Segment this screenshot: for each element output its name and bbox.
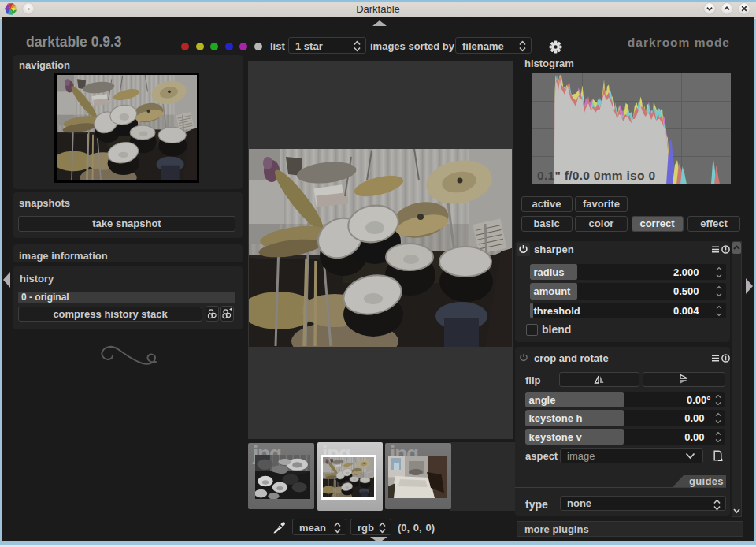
- svg-text:0.1" f/0.0 0mm iso 0: 0.1" f/0.0 0mm iso 0: [537, 169, 655, 182]
- svg-text:guides: guides: [689, 475, 724, 487]
